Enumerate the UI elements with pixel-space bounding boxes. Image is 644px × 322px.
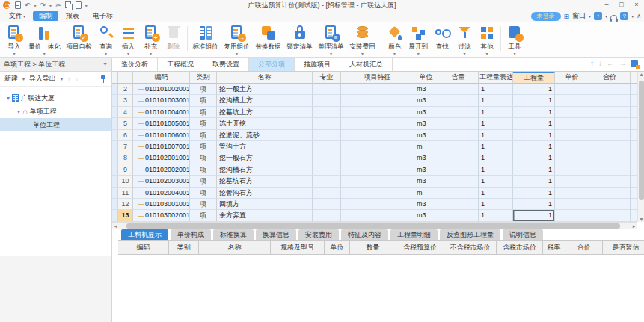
cell-name[interactable]: 回填方	[217, 199, 313, 210]
detail-tab-单价构成[interactable]: 单价构成	[171, 229, 211, 240]
dropdown-caret-icon[interactable]: ▾	[127, 52, 129, 56]
cell-content[interactable]	[438, 130, 479, 141]
cell-type[interactable]: 项	[190, 176, 217, 187]
dropdown-caret-icon[interactable]: ▾	[13, 52, 15, 56]
detail-tab-特征及内容[interactable]: 特征及内容	[341, 229, 388, 240]
detail-column-header-含税市场价[interactable]: 含税市场价	[497, 240, 543, 255]
cell-feature[interactable]	[341, 188, 414, 199]
cell-total-price[interactable]	[589, 118, 631, 129]
cell-type[interactable]: 项	[190, 130, 217, 141]
dropdown-caret-icon[interactable]: ▾	[43, 52, 46, 56]
过滤-button[interactable]: 过滤▾	[453, 24, 476, 56]
cell-specialty[interactable]	[313, 95, 341, 106]
copy-icon[interactable]	[65, 1, 72, 9]
cell-feature[interactable]	[341, 210, 414, 221]
upgrade-caret-icon[interactable]: ▾	[605, 13, 607, 19]
cell-unit[interactable]: m3	[414, 210, 438, 221]
cell-type[interactable]: 项	[190, 152, 217, 164]
grid-up-icon[interactable]: ↑	[590, 59, 594, 67]
cell-unit[interactable]: m	[414, 188, 438, 199]
menu-tab-编制[interactable]: 编制	[33, 11, 58, 21]
cell-qty-expression[interactable]: 1	[479, 210, 513, 221]
cell-unit-price[interactable]	[555, 95, 589, 106]
安装费用-button[interactable]: 安装费用▾	[347, 24, 378, 56]
tab-工程概况[interactable]: 工程概况	[158, 58, 203, 71]
detail-column-header-名称[interactable]: 名称	[199, 240, 271, 255]
breadcrumb[interactable]: 单项工程 > 单位工程 ▼	[0, 58, 111, 72]
column-header-工程量[interactable]: 工程量	[513, 72, 555, 84]
help-caret-icon[interactable]: ▾	[631, 13, 634, 19]
cell-type[interactable]: 项	[190, 188, 217, 199]
dropdown-caret-icon[interactable]: ▾	[417, 52, 420, 56]
dropdown-caret-icon[interactable]: ▾	[393, 52, 396, 56]
cell-quantity[interactable]: 1	[513, 107, 555, 118]
new-button[interactable]: 新建	[4, 74, 18, 84]
其他-button[interactable]: 其他▾	[476, 24, 498, 56]
detail-column-header-编码[interactable]: 编码	[118, 240, 169, 255]
cell-name[interactable]: 管沟土方	[217, 141, 313, 152]
grid-left-icon[interactable]: ←	[607, 59, 614, 67]
cell-code[interactable]: 010101005001	[133, 118, 190, 129]
vertical-scrollbar-thumb[interactable]	[639, 81, 644, 200]
cell-feature[interactable]	[341, 107, 414, 118]
detail-column-header-是否暂估[interactable]: 是否暂估	[603, 240, 644, 255]
horizontal-scrollbar-thumb[interactable]	[126, 223, 620, 229]
cell-qty-expression[interactable]: 1	[479, 107, 513, 118]
redo-caret-icon[interactable]: ▾	[49, 3, 52, 8]
undo-caret-icon[interactable]: ▾	[34, 3, 37, 8]
paste-icon[interactable]	[76, 1, 82, 9]
cell-type[interactable]: 项	[190, 141, 217, 152]
cell-unit[interactable]: m3	[414, 199, 438, 210]
cell-type[interactable]: 项	[190, 199, 217, 210]
cell-name[interactable]: 冻土开挖	[217, 118, 313, 129]
cell-name[interactable]: 余方弃置	[217, 210, 313, 221]
move-up-icon[interactable]: ↑	[67, 75, 71, 83]
cell-specialty[interactable]	[313, 130, 341, 141]
window-menu[interactable]: 窗口	[572, 11, 586, 21]
cell-name[interactable]: 挖一般石方	[217, 152, 313, 164]
column-header-工程量表达式[interactable]: 工程量表达式	[479, 72, 513, 84]
cell-unit[interactable]: m3	[414, 164, 438, 176]
cell-code[interactable]: 010101006001	[133, 130, 190, 141]
detail-column-header-税率[interactable]: 税率	[543, 240, 565, 255]
cell-name[interactable]: 挖管沟石方	[217, 188, 313, 199]
cell-content[interactable]	[438, 210, 479, 221]
close-button[interactable]: ×	[629, 0, 644, 10]
menu-tab-电子标[interactable]: 电子标	[87, 11, 119, 21]
detail-tab-反查图形工程量[interactable]: 反查图形工程量	[440, 229, 500, 240]
cell-unit[interactable]: m3	[414, 95, 438, 106]
cell-qty-expression[interactable]: 1	[479, 199, 513, 210]
detail-tab-工程量明细[interactable]: 工程量明细	[390, 229, 438, 240]
cell-content[interactable]	[438, 107, 479, 118]
cell-specialty[interactable]	[313, 107, 341, 118]
cell-total-price[interactable]	[589, 152, 631, 164]
detail-tab-换算信息[interactable]: 换算信息	[256, 229, 296, 240]
detail-tab-标准换算[interactable]: 标准换算	[213, 229, 254, 240]
cell-type[interactable]: 项	[190, 95, 217, 106]
cell-feature[interactable]	[341, 164, 414, 176]
tree-item-广联达大厦[interactable]: ▼广联达大厦	[0, 91, 111, 105]
cell-unit-price[interactable]	[555, 84, 589, 95]
cell-qty-expression[interactable]: 1	[479, 130, 513, 141]
项目自检-button[interactable]: ✓项目自检	[64, 24, 95, 56]
cell-unit-price[interactable]	[555, 210, 589, 221]
column-header-专业[interactable]: 专业	[313, 72, 341, 84]
cell-feature[interactable]	[341, 176, 414, 187]
cell-total-price[interactable]	[589, 95, 631, 106]
cell-unit[interactable]: m3	[414, 118, 438, 129]
import-export-button[interactable]: 导入导出	[29, 74, 56, 84]
cell-unit-price[interactable]	[555, 141, 589, 152]
dropdown-caret-icon[interactable]: ▾	[330, 52, 332, 56]
cell-code[interactable]: 010103001001	[133, 199, 190, 210]
cell-name[interactable]: 挖一般土方	[217, 84, 313, 95]
cell-content[interactable]	[438, 164, 479, 176]
cell-code[interactable]: 010101002001	[133, 84, 190, 95]
复用组价-button[interactable]: →复用组价▾	[221, 24, 253, 56]
tab-措施项目[interactable]: 措施项目	[295, 58, 340, 71]
cell-unit[interactable]: m3	[414, 152, 438, 164]
redo-icon[interactable]: ↷	[40, 1, 46, 10]
cell-type[interactable]: 项	[190, 107, 217, 118]
column-header-编码[interactable]: 编码	[133, 72, 190, 84]
detail-tab-工料机显示[interactable]: 工料机显示	[121, 229, 168, 240]
cell-content[interactable]	[438, 152, 479, 164]
